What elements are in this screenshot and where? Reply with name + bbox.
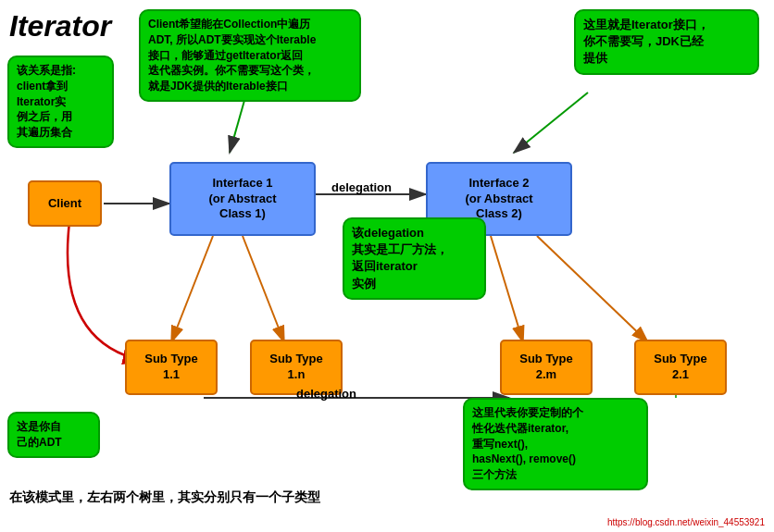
bottom-note: 在该模式里，左右两个树里，其实分别只有一个子类型 [9, 489, 320, 506]
svg-line-6 [243, 236, 284, 342]
node-interface1: Interface 1 (or Abstract Class 1) [169, 162, 316, 236]
bubble-top-right: 这里就是Iterator接口， 你不需要写，JDK已经 提供 [574, 9, 759, 75]
arrow-label-delegation-bottom: delegation [296, 387, 356, 401]
diagram-container: Iterator 该关系是指: client拿到 Iterator实 例之后，用… [0, 0, 774, 532]
node-subtype2m: Sub Type 2.m [500, 340, 593, 395]
bubble-mid-center: 该delegation 其实是工厂方法， 返回iterator 实例 [343, 217, 486, 300]
arrow-label-delegation-top: delegation [331, 180, 392, 194]
bubble-top-center: Client希望能在Collection中遍历 ADT, 所以ADT要实现这个I… [139, 9, 361, 102]
svg-line-7 [491, 236, 523, 342]
page-title: Iterator [9, 9, 111, 43]
svg-line-10 [230, 97, 245, 153]
svg-line-5 [171, 236, 213, 342]
bubble-top-left: 该关系是指: client拿到 Iterator实 例之后，用 其遍历集合 [7, 56, 114, 148]
bubble-bottom-right: 这里代表你要定制的个 性化迭代器iterator, 重写next(), hasN… [463, 398, 648, 490]
node-client: Client [28, 180, 102, 227]
svg-line-11 [514, 93, 588, 153]
node-subtype21: Sub Type 2.1 [634, 340, 727, 395]
bubble-bottom-left: 这是你自 己的ADT [7, 412, 100, 458]
node-subtype11: Sub Type 1.1 [125, 340, 218, 395]
bottom-link: https://blog.csdn.net/weixin_44553921 [607, 517, 765, 527]
svg-line-8 [537, 236, 648, 342]
